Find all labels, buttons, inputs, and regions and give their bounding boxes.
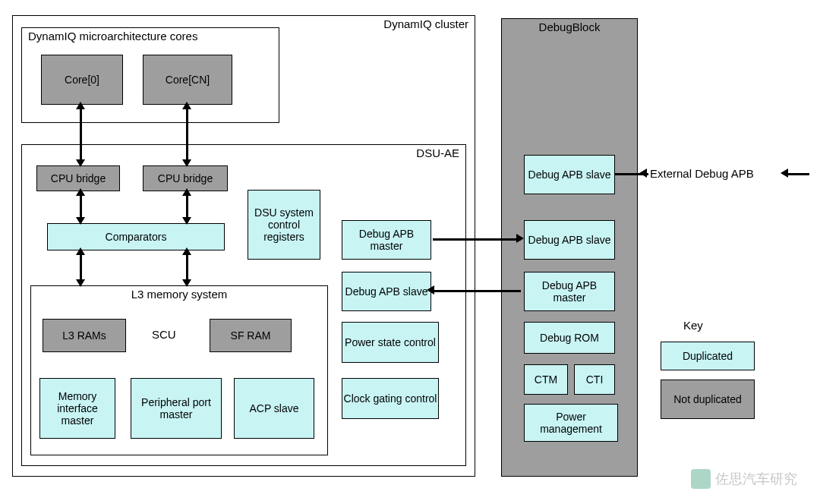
debugblock-debug-apb-slave-top: Debug APB slave (524, 155, 615, 194)
comparators: Comparators (47, 223, 225, 250)
dsu-debug-apb-slave: Debug APB slave (342, 272, 431, 311)
arrow-master-to-slave (433, 238, 521, 241)
debugblock-debug-apb-master: Debug APB master (524, 272, 615, 311)
key-duplicated: Duplicated (661, 342, 755, 370)
dynamiq-cluster-label: DynamIQ cluster (383, 17, 468, 30)
dsu-debug-apb-master: Debug APB master (342, 220, 431, 260)
peripheral-port-master: Peripheral port master (131, 378, 222, 439)
l3-rams: L3 RAMs (43, 319, 126, 352)
watermark-icon (691, 469, 711, 489)
key-not-duplicated: Not duplicated (661, 380, 755, 419)
dsu-system-control-registers: DSU system control registers (248, 190, 320, 260)
core-cn: Core[CN] (143, 55, 232, 105)
l3-memory-system-label: L3 memory system (31, 288, 327, 301)
core-0: Core[0] (41, 55, 123, 105)
cti: CTI (574, 364, 615, 395)
key-title: Key (683, 319, 703, 332)
ctm: CTM (524, 364, 568, 395)
acp-slave: ACP slave (234, 378, 314, 439)
arrow-core0-bridge (80, 106, 82, 164)
scu-label: SCU (152, 328, 176, 341)
power-state-control: Power state control (342, 322, 439, 363)
debug-rom: Debug ROM (524, 322, 615, 354)
cpu-bridge-1: CPU bridge (143, 165, 228, 191)
power-management: Power management (524, 404, 618, 442)
memory-interface-master: Memory interface master (39, 378, 115, 439)
dsu-ae-label: DSU-AE (416, 146, 459, 159)
external-debug-apb-label: External Debug APB (650, 167, 754, 180)
arrow-master-to-slave2 (433, 290, 521, 292)
cpu-bridge-0: CPU bridge (36, 165, 120, 191)
debugblock-label: DebugBlock (502, 20, 637, 33)
arrow-corecn-bridge (186, 106, 188, 164)
arrow-external-apb-line (787, 173, 809, 175)
debugblock-debug-apb-slave-mid: Debug APB slave (524, 220, 615, 260)
sf-ram: SF RAM (210, 319, 292, 352)
arrow-external-to-slave-head (639, 169, 647, 178)
arrow-external-apb-head (781, 169, 788, 178)
microarch-cores-label: DynamIQ microarchitecture cores (28, 30, 197, 43)
clock-gating-control: Clock gating control (342, 378, 439, 419)
watermark: 佐思汽车研究 (691, 469, 797, 489)
